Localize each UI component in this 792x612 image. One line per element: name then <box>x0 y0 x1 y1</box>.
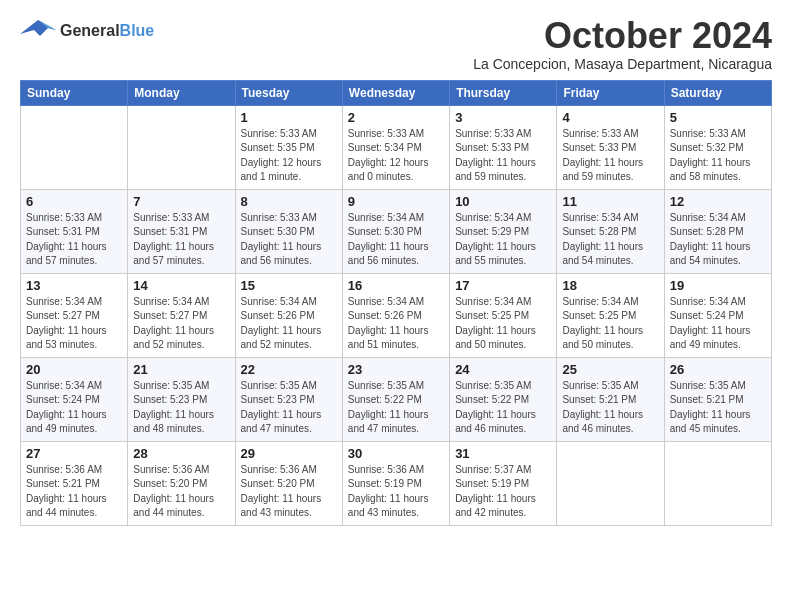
subtitle: La Concepcion, Masaya Department, Nicara… <box>473 56 772 72</box>
day-number: 3 <box>455 110 551 125</box>
day-info: Sunrise: 5:35 AMSunset: 5:21 PMDaylight:… <box>670 379 766 437</box>
calendar-cell: 18Sunrise: 5:34 AMSunset: 5:25 PMDayligh… <box>557 273 664 357</box>
day-number: 4 <box>562 110 658 125</box>
day-info: Sunrise: 5:33 AMSunset: 5:31 PMDaylight:… <box>26 211 122 269</box>
calendar-cell: 15Sunrise: 5:34 AMSunset: 5:26 PMDayligh… <box>235 273 342 357</box>
calendar-cell: 31Sunrise: 5:37 AMSunset: 5:19 PMDayligh… <box>450 441 557 525</box>
day-number: 5 <box>670 110 766 125</box>
calendar-cell: 14Sunrise: 5:34 AMSunset: 5:27 PMDayligh… <box>128 273 235 357</box>
calendar-cell: 10Sunrise: 5:34 AMSunset: 5:29 PMDayligh… <box>450 189 557 273</box>
calendar-cell <box>557 441 664 525</box>
weekday-header-tuesday: Tuesday <box>235 80 342 105</box>
calendar-cell: 4Sunrise: 5:33 AMSunset: 5:33 PMDaylight… <box>557 105 664 189</box>
main-title: October 2024 <box>473 16 772 56</box>
day-number: 17 <box>455 278 551 293</box>
title-block: October 2024 La Concepcion, Masaya Depar… <box>473 16 772 72</box>
calendar-cell: 25Sunrise: 5:35 AMSunset: 5:21 PMDayligh… <box>557 357 664 441</box>
week-row-3: 13Sunrise: 5:34 AMSunset: 5:27 PMDayligh… <box>21 273 772 357</box>
day-info: Sunrise: 5:36 AMSunset: 5:19 PMDaylight:… <box>348 463 444 521</box>
day-number: 24 <box>455 362 551 377</box>
day-number: 28 <box>133 446 229 461</box>
calendar-cell: 20Sunrise: 5:34 AMSunset: 5:24 PMDayligh… <box>21 357 128 441</box>
day-info: Sunrise: 5:35 AMSunset: 5:21 PMDaylight:… <box>562 379 658 437</box>
day-info: Sunrise: 5:35 AMSunset: 5:22 PMDaylight:… <box>455 379 551 437</box>
day-number: 31 <box>455 446 551 461</box>
weekday-header-row: SundayMondayTuesdayWednesdayThursdayFrid… <box>21 80 772 105</box>
weekday-header-wednesday: Wednesday <box>342 80 449 105</box>
calendar-cell: 13Sunrise: 5:34 AMSunset: 5:27 PMDayligh… <box>21 273 128 357</box>
day-number: 2 <box>348 110 444 125</box>
day-number: 18 <box>562 278 658 293</box>
calendar-cell: 22Sunrise: 5:35 AMSunset: 5:23 PMDayligh… <box>235 357 342 441</box>
calendar-cell: 3Sunrise: 5:33 AMSunset: 5:33 PMDaylight… <box>450 105 557 189</box>
weekday-header-thursday: Thursday <box>450 80 557 105</box>
day-info: Sunrise: 5:36 AMSunset: 5:21 PMDaylight:… <box>26 463 122 521</box>
calendar-cell: 12Sunrise: 5:34 AMSunset: 5:28 PMDayligh… <box>664 189 771 273</box>
day-info: Sunrise: 5:33 AMSunset: 5:34 PMDaylight:… <box>348 127 444 185</box>
logo-icon <box>20 16 56 46</box>
day-info: Sunrise: 5:33 AMSunset: 5:33 PMDaylight:… <box>455 127 551 185</box>
calendar-cell <box>21 105 128 189</box>
day-number: 9 <box>348 194 444 209</box>
calendar-cell: 16Sunrise: 5:34 AMSunset: 5:26 PMDayligh… <box>342 273 449 357</box>
weekday-header-friday: Friday <box>557 80 664 105</box>
day-info: Sunrise: 5:34 AMSunset: 5:26 PMDaylight:… <box>241 295 337 353</box>
day-number: 10 <box>455 194 551 209</box>
weekday-header-monday: Monday <box>128 80 235 105</box>
day-info: Sunrise: 5:34 AMSunset: 5:24 PMDaylight:… <box>26 379 122 437</box>
calendar-cell: 19Sunrise: 5:34 AMSunset: 5:24 PMDayligh… <box>664 273 771 357</box>
calendar-cell: 29Sunrise: 5:36 AMSunset: 5:20 PMDayligh… <box>235 441 342 525</box>
weekday-header-sunday: Sunday <box>21 80 128 105</box>
day-info: Sunrise: 5:36 AMSunset: 5:20 PMDaylight:… <box>133 463 229 521</box>
calendar-cell: 26Sunrise: 5:35 AMSunset: 5:21 PMDayligh… <box>664 357 771 441</box>
calendar-cell: 2Sunrise: 5:33 AMSunset: 5:34 PMDaylight… <box>342 105 449 189</box>
day-info: Sunrise: 5:34 AMSunset: 5:24 PMDaylight:… <box>670 295 766 353</box>
calendar-cell: 23Sunrise: 5:35 AMSunset: 5:22 PMDayligh… <box>342 357 449 441</box>
week-row-4: 20Sunrise: 5:34 AMSunset: 5:24 PMDayligh… <box>21 357 772 441</box>
day-info: Sunrise: 5:33 AMSunset: 5:32 PMDaylight:… <box>670 127 766 185</box>
day-number: 13 <box>26 278 122 293</box>
calendar-cell: 28Sunrise: 5:36 AMSunset: 5:20 PMDayligh… <box>128 441 235 525</box>
weekday-header-saturday: Saturday <box>664 80 771 105</box>
week-row-5: 27Sunrise: 5:36 AMSunset: 5:21 PMDayligh… <box>21 441 772 525</box>
calendar-cell <box>664 441 771 525</box>
calendar-cell: 5Sunrise: 5:33 AMSunset: 5:32 PMDaylight… <box>664 105 771 189</box>
day-info: Sunrise: 5:34 AMSunset: 5:28 PMDaylight:… <box>670 211 766 269</box>
calendar-cell: 11Sunrise: 5:34 AMSunset: 5:28 PMDayligh… <box>557 189 664 273</box>
day-info: Sunrise: 5:33 AMSunset: 5:30 PMDaylight:… <box>241 211 337 269</box>
day-number: 12 <box>670 194 766 209</box>
day-number: 21 <box>133 362 229 377</box>
week-row-1: 1Sunrise: 5:33 AMSunset: 5:35 PMDaylight… <box>21 105 772 189</box>
page-header: GeneralBlue October 2024 La Concepcion, … <box>20 16 772 72</box>
day-info: Sunrise: 5:33 AMSunset: 5:33 PMDaylight:… <box>562 127 658 185</box>
day-info: Sunrise: 5:34 AMSunset: 5:27 PMDaylight:… <box>26 295 122 353</box>
week-row-2: 6Sunrise: 5:33 AMSunset: 5:31 PMDaylight… <box>21 189 772 273</box>
day-info: Sunrise: 5:35 AMSunset: 5:22 PMDaylight:… <box>348 379 444 437</box>
logo-text: GeneralBlue <box>60 22 154 40</box>
day-info: Sunrise: 5:34 AMSunset: 5:25 PMDaylight:… <box>562 295 658 353</box>
day-number: 6 <box>26 194 122 209</box>
calendar-cell: 24Sunrise: 5:35 AMSunset: 5:22 PMDayligh… <box>450 357 557 441</box>
day-number: 11 <box>562 194 658 209</box>
day-number: 26 <box>670 362 766 377</box>
day-info: Sunrise: 5:36 AMSunset: 5:20 PMDaylight:… <box>241 463 337 521</box>
calendar-table: SundayMondayTuesdayWednesdayThursdayFrid… <box>20 80 772 526</box>
calendar-cell: 27Sunrise: 5:36 AMSunset: 5:21 PMDayligh… <box>21 441 128 525</box>
calendar-cell: 8Sunrise: 5:33 AMSunset: 5:30 PMDaylight… <box>235 189 342 273</box>
day-number: 23 <box>348 362 444 377</box>
day-number: 15 <box>241 278 337 293</box>
calendar-cell: 7Sunrise: 5:33 AMSunset: 5:31 PMDaylight… <box>128 189 235 273</box>
day-info: Sunrise: 5:34 AMSunset: 5:29 PMDaylight:… <box>455 211 551 269</box>
day-number: 1 <box>241 110 337 125</box>
calendar-cell: 9Sunrise: 5:34 AMSunset: 5:30 PMDaylight… <box>342 189 449 273</box>
day-info: Sunrise: 5:33 AMSunset: 5:35 PMDaylight:… <box>241 127 337 185</box>
day-number: 30 <box>348 446 444 461</box>
day-info: Sunrise: 5:35 AMSunset: 5:23 PMDaylight:… <box>133 379 229 437</box>
day-number: 8 <box>241 194 337 209</box>
calendar-cell: 21Sunrise: 5:35 AMSunset: 5:23 PMDayligh… <box>128 357 235 441</box>
calendar-cell: 30Sunrise: 5:36 AMSunset: 5:19 PMDayligh… <box>342 441 449 525</box>
day-number: 7 <box>133 194 229 209</box>
day-info: Sunrise: 5:34 AMSunset: 5:28 PMDaylight:… <box>562 211 658 269</box>
calendar-cell: 17Sunrise: 5:34 AMSunset: 5:25 PMDayligh… <box>450 273 557 357</box>
day-number: 25 <box>562 362 658 377</box>
